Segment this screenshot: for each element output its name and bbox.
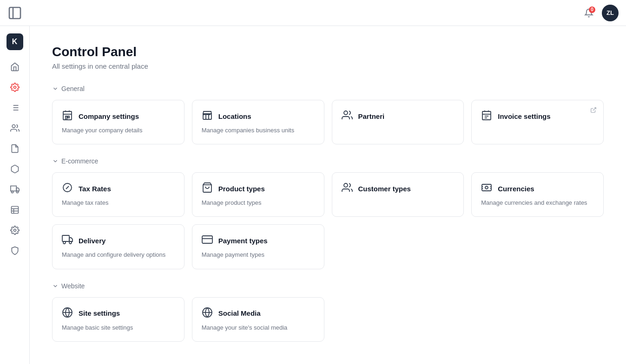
card-locations-title: Locations xyxy=(218,112,251,120)
card-delivery-title: Delivery xyxy=(79,237,105,245)
sidebar-item-table[interactable] xyxy=(6,201,24,219)
sidebar-logo[interactable]: K xyxy=(7,33,23,50)
card-product-types-desc: Manage product types xyxy=(202,199,315,207)
page-subtitle: All settings in one central place xyxy=(52,62,604,70)
svg-point-13 xyxy=(16,191,18,193)
card-tax-rates[interactable]: Tax Rates Manage tax rates xyxy=(52,172,185,217)
chevron-down-icon xyxy=(52,85,59,92)
card-partneri[interactable]: Partneri xyxy=(332,100,464,144)
svg-rect-33 xyxy=(482,184,491,191)
sidebar-item-users[interactable] xyxy=(6,119,24,137)
card-tax-rates-desc: Manage tax rates xyxy=(62,199,175,207)
svg-point-38 xyxy=(69,241,72,244)
card-product-types[interactable]: Product types Manage product types xyxy=(192,172,324,217)
payment-icon xyxy=(202,234,213,247)
svg-marker-11 xyxy=(16,188,19,191)
globe2-icon xyxy=(202,307,213,320)
svg-rect-19 xyxy=(63,111,72,120)
svg-point-32 xyxy=(344,183,348,187)
sidebar-toggle-button[interactable] xyxy=(7,6,22,20)
card-company-settings-title: Company settings xyxy=(79,112,139,120)
card-customer-types[interactable]: Customer types xyxy=(332,172,464,217)
section-ecommerce: E-commerce Tax Rates Manage tax rates xyxy=(52,157,604,269)
sidebar-item-list[interactable] xyxy=(6,98,24,117)
section-website: Website Site settings Manage basic site … xyxy=(52,282,604,342)
main-layout: K Control Panel xyxy=(0,26,626,364)
card-delivery-desc: Manage and configure delivery options xyxy=(62,251,175,259)
sidebar: K xyxy=(0,26,30,364)
svg-rect-10 xyxy=(10,186,16,191)
building-icon xyxy=(62,110,73,123)
ecommerce-row1-grid: Tax Rates Manage tax rates Product types… xyxy=(52,172,604,217)
topbar: 0 ZL xyxy=(0,0,626,26)
card-customer-types-title: Customer types xyxy=(358,185,411,193)
sidebar-item-box[interactable] xyxy=(6,160,24,178)
delivery-icon xyxy=(62,234,73,247)
card-payment-types-title: Payment types xyxy=(218,237,268,245)
sidebar-item-shield[interactable] xyxy=(6,241,24,260)
card-currencies-title: Currencies xyxy=(498,185,534,193)
customers-icon xyxy=(342,182,353,195)
svg-rect-14 xyxy=(11,207,18,214)
svg-point-2 xyxy=(13,86,16,89)
svg-rect-22 xyxy=(68,116,69,118)
svg-point-37 xyxy=(63,241,66,244)
card-site-settings[interactable]: Site settings Manage basic site settings xyxy=(52,297,185,342)
sidebar-item-home[interactable] xyxy=(6,58,24,76)
card-company-settings[interactable]: Company settings Manage your company det… xyxy=(52,100,185,144)
card-delivery[interactable]: Delivery Manage and configure delivery o… xyxy=(52,224,185,269)
svg-point-34 xyxy=(485,186,488,189)
sidebar-item-truck[interactable] xyxy=(6,180,24,199)
card-site-settings-title: Site settings xyxy=(79,309,120,317)
svg-rect-0 xyxy=(9,7,20,19)
card-site-settings-desc: Manage basic site settings xyxy=(62,324,175,332)
card-partneri-title: Partneri xyxy=(358,112,385,120)
avatar[interactable]: ZL xyxy=(602,5,619,21)
partners-icon xyxy=(342,110,353,123)
page-title: Control Panel xyxy=(52,45,604,59)
svg-rect-21 xyxy=(66,116,67,120)
section-label-ecommerce: E-commerce xyxy=(61,157,98,165)
card-payment-types-desc: Manage payment types xyxy=(202,251,315,259)
section-label-general: General xyxy=(61,85,85,92)
card-product-types-title: Product types xyxy=(218,185,265,193)
svg-point-9 xyxy=(12,125,15,128)
card-currencies-desc: Manage currencies and exchange rates xyxy=(481,199,594,207)
card-locations[interactable]: Locations Manage companies business unit… xyxy=(192,100,324,144)
section-header-ecommerce: E-commerce xyxy=(52,157,604,165)
sidebar-item-settings[interactable] xyxy=(6,78,24,97)
chevron-down-icon-website xyxy=(52,283,59,289)
tax-icon xyxy=(62,182,73,195)
section-label-website: Website xyxy=(61,282,85,290)
section-header-general: General xyxy=(52,85,604,92)
svg-marker-36 xyxy=(69,238,72,241)
general-cards-grid: Company settings Manage your company det… xyxy=(52,100,604,144)
card-social-media[interactable]: Social Media Manage your site's social m… xyxy=(192,297,324,342)
card-social-media-title: Social Media xyxy=(218,309,261,317)
sidebar-item-document[interactable] xyxy=(6,139,24,158)
chevron-down-icon-ecommerce xyxy=(52,158,59,164)
card-payment-types[interactable]: Payment types Manage payment types xyxy=(192,224,324,269)
svg-rect-35 xyxy=(62,235,69,241)
section-general: General Company settings Manage your com… xyxy=(52,85,604,144)
card-currencies[interactable]: Currencies Manage currencies and exchang… xyxy=(471,172,604,217)
product-icon xyxy=(202,182,213,195)
sidebar-item-cog[interactable] xyxy=(6,221,24,240)
notification-button[interactable]: 0 xyxy=(581,6,596,20)
content-area: Control Panel All settings in one centra… xyxy=(30,26,626,364)
card-invoice-settings[interactable]: Invoice settings xyxy=(471,100,604,144)
svg-line-30 xyxy=(66,186,69,189)
ecommerce-row2-grid: Delivery Manage and configure delivery o… xyxy=(52,224,604,269)
svg-line-28 xyxy=(593,108,596,110)
notification-badge: 0 xyxy=(589,6,595,13)
card-social-media-desc: Manage your site's social media xyxy=(202,324,315,332)
invoice-icon xyxy=(481,110,492,123)
currency-icon xyxy=(481,182,492,195)
card-tax-rates-title: Tax Rates xyxy=(79,185,111,193)
card-company-settings-desc: Manage your company details xyxy=(62,126,175,135)
section-header-website: Website xyxy=(52,282,604,290)
svg-rect-24 xyxy=(482,111,491,120)
svg-point-23 xyxy=(344,111,348,115)
external-link-icon xyxy=(590,107,597,115)
card-locations-desc: Manage companies business units xyxy=(202,126,315,135)
